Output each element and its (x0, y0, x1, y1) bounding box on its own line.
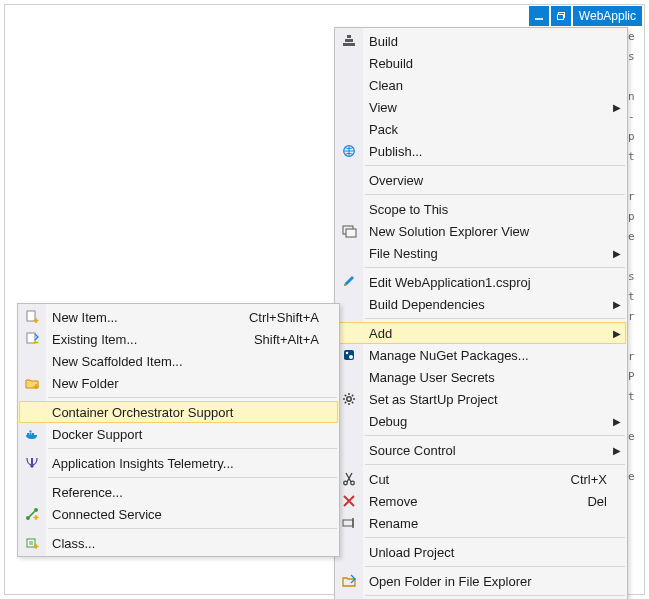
svg-rect-24 (27, 539, 35, 547)
menu-item-label: Clean (369, 78, 607, 93)
svg-rect-4 (347, 35, 351, 38)
menu-item-shortcut: Shift+Alt+A (254, 332, 319, 347)
svg-rect-2 (343, 43, 355, 46)
project-menu-item-remove[interactable]: RemoveDel (335, 490, 627, 512)
svg-rect-14 (343, 520, 353, 526)
project-menu-separator (365, 267, 625, 268)
svg-point-13 (351, 481, 355, 485)
globe-icon (335, 140, 363, 162)
add-menu-item-reference[interactable]: Reference... (18, 481, 339, 503)
project-menu-separator (365, 318, 625, 319)
svg-rect-19 (32, 433, 34, 435)
blank-icon (335, 96, 363, 118)
project-menu-separator (365, 194, 625, 195)
add-menu-item-new-scaffolded-item[interactable]: New Scaffolded Item... (18, 350, 339, 372)
project-menu-item-overview[interactable]: Overview (335, 169, 627, 191)
project-menu-item-file-nesting[interactable]: File Nesting▶ (335, 242, 627, 264)
project-menu-item-source-control[interactable]: Source Control▶ (335, 439, 627, 461)
project-menu-separator (365, 595, 625, 596)
project-menu-item-view[interactable]: View▶ (335, 96, 627, 118)
menu-item-shortcut: Ctrl+X (571, 472, 607, 487)
add-menu-item-new-item[interactable]: New Item...Ctrl+Shift+A (18, 306, 339, 328)
svg-point-10 (349, 355, 353, 359)
add-menu-item-connected-service[interactable]: Connected Service (18, 503, 339, 525)
blank-icon (18, 401, 46, 423)
add-menu-item-application-insights-telemetry[interactable]: Application Insights Telemetry... (18, 452, 339, 474)
project-menu-item-edit-webapplication1-csproj[interactable]: Edit WebApplication1.csproj (335, 271, 627, 293)
menu-item-label: Scope to This (369, 202, 607, 217)
project-menu-item-debug[interactable]: Debug▶ (335, 410, 627, 432)
project-menu-separator (365, 566, 625, 567)
menu-item-label: New Folder (52, 376, 319, 391)
menu-item-label: Publish... (369, 144, 607, 159)
blank-icon (335, 118, 363, 140)
project-menu-item-build[interactable]: Build (335, 30, 627, 52)
submenu-arrow-icon: ▶ (613, 242, 621, 264)
menu-item-label: Add (369, 326, 607, 341)
project-menu-item-rename[interactable]: Rename (335, 512, 627, 534)
menu-item-label: Existing Item... (52, 332, 244, 347)
blank-icon (18, 350, 46, 372)
solution-explorer-tab[interactable]: WebApplic (573, 6, 642, 26)
add-menu-item-docker-support[interactable]: Docker Support (18, 423, 339, 445)
blank-icon (18, 481, 46, 503)
menu-item-label: Class... (52, 536, 319, 551)
existitem-icon (18, 328, 46, 350)
menu-item-label: Cut (369, 472, 561, 487)
add-menu-item-existing-item[interactable]: Existing Item...Shift+Alt+A (18, 328, 339, 350)
svg-point-12 (344, 481, 348, 485)
add-menu-item-new-folder[interactable]: New Folder (18, 372, 339, 394)
project-menu-separator (365, 435, 625, 436)
class-icon (18, 532, 46, 554)
window-restore-button[interactable] (551, 6, 571, 26)
newfolder-icon (18, 372, 46, 394)
edit-icon (335, 271, 363, 293)
add-menu-item-class[interactable]: Class... (18, 532, 339, 554)
svg-rect-17 (27, 433, 29, 435)
svg-rect-1 (557, 15, 563, 20)
project-menu-item-publish[interactable]: Publish... (335, 140, 627, 162)
project-menu-item-rebuild[interactable]: Rebuild (335, 52, 627, 74)
menu-item-label: Pack (369, 122, 607, 137)
add-menu-item-container-orchestrator-support[interactable]: Container Orchestrator Support (18, 401, 339, 423)
svg-rect-8 (344, 350, 354, 360)
menu-item-label: Edit WebApplication1.csproj (369, 275, 607, 290)
project-menu-item-manage-nuget-packages[interactable]: Manage NuGet Packages... (335, 344, 627, 366)
svg-rect-7 (346, 229, 356, 237)
blank-icon (335, 242, 363, 264)
project-menu-item-new-solution-explorer-view[interactable]: New Solution Explorer View (335, 220, 627, 242)
project-menu-item-cut[interactable]: CutCtrl+X (335, 468, 627, 490)
project-menu-separator (365, 537, 625, 538)
menu-item-label: Rename (369, 516, 607, 531)
project-menu-item-add[interactable]: Add▶ (335, 322, 627, 344)
context-menu-add-submenu: New Item...Ctrl+Shift+AExisting Item...S… (17, 303, 340, 557)
blank-icon (335, 74, 363, 96)
project-menu-item-unload-project[interactable]: Unload Project (335, 541, 627, 563)
add-menu-separator (48, 397, 337, 398)
window-minimize-button[interactable] (529, 6, 549, 26)
svg-point-9 (346, 352, 349, 355)
project-menu-item-manage-user-secrets[interactable]: Manage User Secrets (335, 366, 627, 388)
project-menu-separator (365, 165, 625, 166)
project-menu-item-clean[interactable]: Clean (335, 74, 627, 96)
project-menu-item-pack[interactable]: Pack (335, 118, 627, 140)
connsvc-icon (18, 503, 46, 525)
submenu-arrow-icon: ▶ (613, 96, 621, 118)
project-menu-item-build-dependencies[interactable]: Build Dependencies▶ (335, 293, 627, 315)
menu-item-label: Container Orchestrator Support (52, 405, 319, 420)
menu-item-label: Open Folder in File Explorer (369, 574, 607, 589)
newitem-icon (18, 306, 46, 328)
menu-item-label: View (369, 100, 607, 115)
svg-point-23 (34, 508, 38, 512)
menu-item-label: New Item... (52, 310, 239, 325)
project-menu-item-open-folder-in-file-explorer[interactable]: Open Folder in File Explorer (335, 570, 627, 592)
project-menu-item-scope-to-this[interactable]: Scope to This (335, 198, 627, 220)
add-menu-separator (48, 477, 337, 478)
menu-item-label: Remove (369, 494, 577, 509)
menu-item-label: Docker Support (52, 427, 319, 442)
menu-item-label: Build (369, 34, 607, 49)
menu-item-label: Overview (369, 173, 607, 188)
project-menu-item-set-as-startup-project[interactable]: Set as StartUp Project (335, 388, 627, 410)
svg-point-11 (347, 397, 351, 401)
svg-rect-18 (30, 433, 32, 435)
